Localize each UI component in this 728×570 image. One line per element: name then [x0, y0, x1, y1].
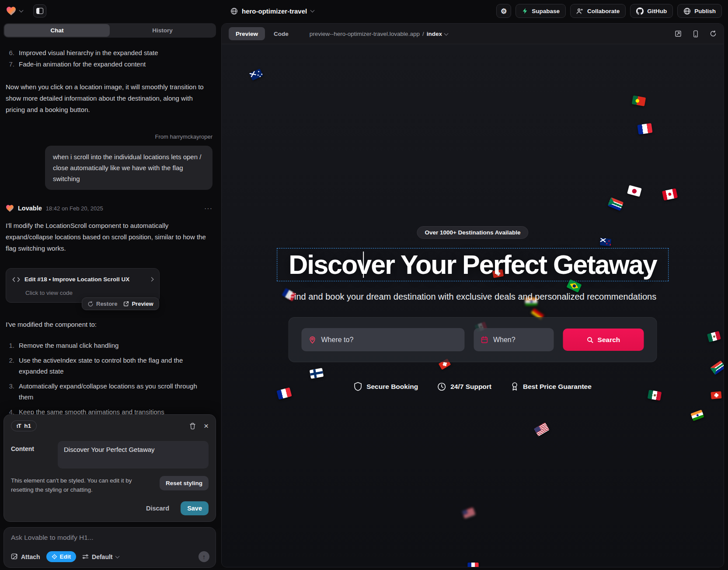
tab-chat[interactable]: Chat — [4, 24, 110, 37]
content-field-label: Content — [11, 441, 52, 469]
flag-fr-icon — [467, 563, 478, 567]
sidebar-toggle-button[interactable] — [33, 4, 46, 17]
image-icon — [11, 553, 18, 560]
topbar: hero-optimizer-travel ⚙ Supabase Collabo… — [0, 0, 728, 22]
list-item: 7.Fade-in animation for the expanded con… — [6, 59, 212, 70]
lovable-heart-logo[interactable] — [6, 7, 16, 16]
style-note: This element can't be styled. You can ed… — [11, 476, 146, 494]
save-button[interactable]: Save — [181, 501, 209, 515]
chat-mode-select[interactable]: Default — [82, 553, 118, 560]
project-switcher[interactable]: hero-optimizer-travel — [230, 0, 314, 22]
mobile-view-icon[interactable] — [693, 30, 698, 38]
text-caret — [363, 252, 364, 278]
sidebar-tab-bar: Chat History — [3, 23, 216, 38]
element-editor-panel: tT h1 × Content Discover Your Perfect Ge… — [3, 414, 216, 522]
list-item: 2.Use the activeIndex state to control b… — [6, 355, 212, 377]
reset-styling-button[interactable]: Reset styling — [160, 476, 209, 490]
tab-code[interactable]: Code — [267, 27, 296, 40]
chat-composer[interactable]: Ask Lovable to modify H1... Attach Edit … — [3, 527, 216, 568]
globe-icon — [230, 7, 238, 15]
when-input[interactable]: When? — [474, 328, 554, 351]
target-icon — [52, 554, 57, 560]
trash-icon[interactable] — [189, 423, 196, 430]
flag-us-icon — [462, 507, 475, 518]
preview-toolbar: Preview Code preview--hero-optimizer-tra… — [222, 24, 724, 44]
flag-ca-icon — [662, 188, 678, 200]
flag-nz-icon — [600, 238, 612, 246]
close-icon[interactable]: × — [204, 422, 209, 430]
flag-mx-icon — [648, 390, 662, 401]
selected-h1-element[interactable]: Discover Your Perfect Getaway — [277, 248, 669, 281]
chevron-down-icon — [115, 554, 119, 559]
calendar-icon — [481, 336, 488, 343]
preview-url[interactable]: preview--hero-optimizer-travel.lovable.a… — [310, 31, 448, 37]
preview-edit-button[interactable]: Preview — [123, 298, 153, 309]
feature-list: Secure Booking 24/7 Support Best Price G… — [354, 382, 592, 391]
flag-mx-icon — [707, 331, 721, 343]
collaborate-button[interactable]: Collaborate — [570, 4, 626, 18]
feature-best-price: Best Price Guarantee — [511, 382, 592, 391]
location-pin-icon — [309, 336, 317, 344]
search-card: Where to? When? Search — [289, 317, 657, 362]
settings-button[interactable]: ⚙ — [496, 4, 511, 18]
supabase-button[interactable]: Supabase — [516, 4, 566, 18]
edit-card-group: Edit #18 • Improve Location Scroll UX Cl… — [6, 268, 212, 311]
github-icon — [636, 7, 644, 15]
edit-mode-button[interactable]: Edit — [46, 551, 77, 562]
restore-button[interactable]: Restore — [87, 298, 117, 309]
award-icon — [511, 382, 519, 391]
feature-support: 24/7 Support — [437, 382, 491, 391]
url-host: preview--hero-optimizer-travel.lovable.a… — [310, 31, 420, 37]
github-button[interactable]: GitHub — [630, 4, 673, 18]
message-author-label: From harrymckayroper — [6, 131, 212, 142]
message-menu-button[interactable]: ··· — [204, 203, 212, 214]
clock-icon — [437, 382, 446, 391]
assistant-list-top: 6.Improved visual hierarchy in the expan… — [6, 47, 212, 70]
shield-icon — [354, 382, 362, 391]
chat-sidebar: Chat History 6.Improved visual hierarchy… — [0, 22, 219, 570]
hero-subtitle: Find and book your dream destination wit… — [289, 292, 656, 302]
workspace-chevron-down-icon[interactable] — [19, 8, 24, 13]
element-tag-pill[interactable]: tT h1 — [11, 420, 37, 431]
flag-fr-icon — [637, 123, 653, 134]
message-timestamp: 18:42 on Feb 20, 2025 — [46, 203, 103, 214]
code-icon — [12, 277, 20, 282]
sliders-icon — [82, 554, 89, 560]
flag-za-icon — [608, 197, 624, 211]
publish-button[interactable]: Publish — [677, 4, 722, 18]
chat-scroll-area[interactable]: 6.Improved visual hierarchy in the expan… — [0, 38, 219, 434]
url-chevron-down-icon — [444, 31, 448, 35]
url-path: index — [427, 31, 442, 37]
discard-button[interactable]: Discard — [146, 505, 169, 512]
flag-pt-icon — [632, 95, 646, 106]
flag-za-icon — [710, 360, 724, 375]
tab-history[interactable]: History — [110, 24, 215, 37]
content-textarea[interactable]: Discover Your Perfect Getaway — [58, 441, 209, 469]
preview-viewport[interactable]: Over 1000+ Destinations Available Discov… — [222, 44, 724, 567]
gear-icon: ⚙ — [501, 7, 507, 15]
tab-preview[interactable]: Preview — [229, 27, 265, 40]
search-button[interactable]: Search — [563, 329, 644, 351]
composer-placeholder[interactable]: Ask Lovable to modify H1... — [11, 534, 209, 542]
refresh-icon[interactable] — [710, 30, 717, 37]
user-message-bubble: when i scroll into the individual locati… — [45, 146, 212, 190]
restore-icon — [87, 301, 94, 307]
attach-button[interactable]: Attach — [11, 553, 40, 560]
destinations-badge: Over 1000+ Destinations Available — [417, 226, 528, 239]
assistant-message-header: Lovable 18:42 on Feb 20, 2025 ··· — [6, 203, 212, 214]
typography-icon: tT — [17, 423, 21, 429]
where-to-input[interactable]: Where to? — [302, 328, 465, 351]
assistant-name: Lovable — [18, 203, 42, 214]
flag-in-icon — [690, 409, 704, 421]
edit-card-title: Edit #18 • Improve Location Scroll UX — [24, 274, 129, 285]
chevron-right-icon — [150, 277, 154, 282]
flag-ch-icon — [711, 391, 721, 399]
supabase-bolt-icon — [522, 7, 528, 14]
open-external-icon[interactable] — [675, 30, 682, 37]
people-icon — [576, 8, 584, 14]
flag-jp-icon — [627, 185, 642, 197]
send-button[interactable]: ↑ — [199, 551, 209, 562]
lovable-heart-icon — [6, 205, 14, 212]
element-tag-name: h1 — [24, 423, 31, 429]
publish-globe-icon — [683, 7, 691, 15]
